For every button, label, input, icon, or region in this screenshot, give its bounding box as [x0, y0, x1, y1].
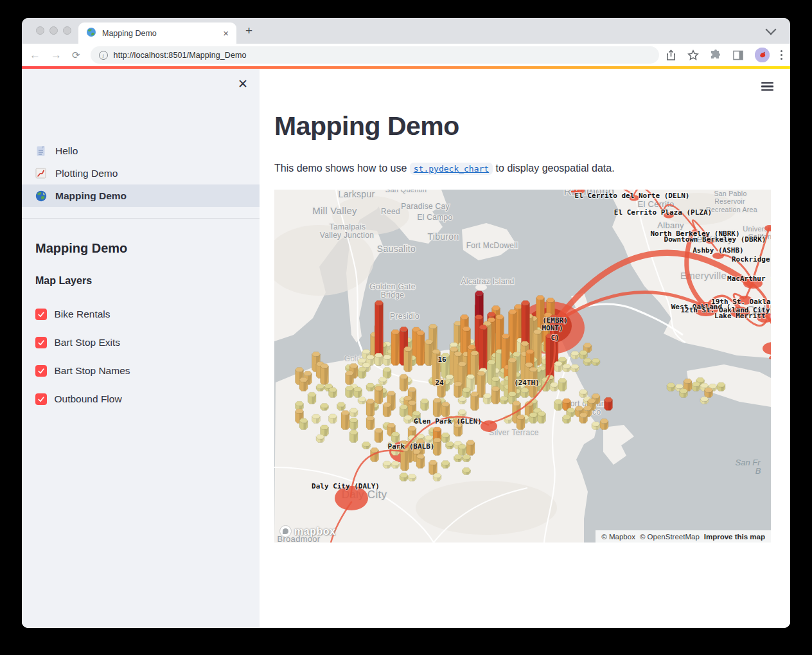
svg-text:Glen Park (GLEN): Glen Park (GLEN): [414, 417, 482, 426]
svg-text:Presidio: Presidio: [390, 312, 419, 321]
globe-icon: [86, 27, 96, 40]
checkbox-bart-stop-names[interactable]: Bart Stop Names: [35, 357, 253, 385]
chart-icon: [35, 168, 47, 179]
mapbox-logo-icon: [279, 525, 292, 537]
pydeck-chart-doc-link[interactable]: st.pydeck_chart: [410, 163, 493, 175]
mapbox-logo-text: mapbox: [294, 526, 335, 537]
svg-text:El Campo: El Campo: [417, 213, 452, 222]
main-content: Mapping Demo This demo shows how to use …: [260, 69, 790, 628]
forward-button[interactable]: →: [51, 49, 62, 62]
svg-text:Downtown Berkeley (DBRK): Downtown Berkeley (DBRK): [664, 235, 766, 244]
map-attribution: © Mapbox © OpenStreetMap Improve this ma…: [596, 530, 771, 543]
svg-text:Valley Junction: Valley Junction: [320, 231, 374, 240]
sidebar-item-label: Mapping Demo: [55, 190, 127, 202]
sidebar-close-icon[interactable]: ✕: [238, 78, 248, 90]
checkbox-label: Bart Stop Exits: [55, 337, 121, 348]
svg-text:Alcatraz Island: Alcatraz Island: [461, 277, 514, 286]
svg-text:Bridge: Bridge: [381, 291, 405, 300]
svg-text:Reservoir: Reservoir: [714, 197, 745, 205]
site-info-icon[interactable]: i: [99, 51, 108, 60]
svg-text:C): C): [551, 334, 559, 342]
page-title: Mapping Demo: [274, 111, 459, 141]
sidebar-nav: Hello Plotting Demo Mapping Demo: [22, 139, 260, 207]
sidebar-item-plotting-demo[interactable]: Plotting Demo: [22, 162, 260, 184]
reload-button[interactable]: ⟳: [72, 49, 80, 61]
improve-map-link[interactable]: Improve this map: [704, 533, 765, 541]
extensions-puzzle-icon[interactable]: [710, 49, 721, 61]
svg-text:Tamalpais: Tamalpais: [330, 222, 366, 231]
checkbox-checked-icon[interactable]: [35, 309, 47, 320]
browser-window: Mapping Demo × + ← → ⟳ i http://localhos…: [22, 18, 790, 628]
tab-strip: Mapping Demo × +: [22, 18, 790, 44]
svg-text:El Cerrito del Norte (DELN): El Cerrito del Norte (DELN): [575, 192, 690, 200]
intro-paragraph: This demo shows how to use st.pydeck_cha…: [274, 163, 763, 174]
sidebar-title: Mapping Demo: [35, 241, 127, 256]
bookmark-star-icon[interactable]: [687, 49, 699, 61]
layer-checkboxes: Bike Rentals Bart Stop Exits Bart Stop N…: [35, 300, 253, 413]
back-button[interactable]: ←: [30, 49, 40, 62]
checkbox-label: Outbound Flow: [55, 393, 122, 405]
svg-text:San Quentin: San Quentin: [385, 190, 427, 193]
sidebar-item-label: Plotting Demo: [55, 168, 118, 179]
browser-tab[interactable]: Mapping Demo ×: [78, 22, 236, 44]
checkbox-checked-icon[interactable]: [35, 393, 47, 405]
svg-text:Sausalito: Sausalito: [377, 244, 416, 254]
checkbox-label: Bike Rentals: [55, 309, 110, 320]
tab-title: Mapping Demo: [102, 29, 217, 38]
globe-icon: [35, 190, 47, 202]
sidebar: ✕ Hello Plotting Demo: [22, 69, 260, 628]
svg-text:Mill Valley: Mill Valley: [312, 205, 357, 216]
svg-text:Park (BALB): Park (BALB): [388, 442, 435, 451]
map-canvas: San QuentinLarkspurMill ValleyReedParadi…: [274, 190, 771, 543]
side-panel-icon[interactable]: [732, 49, 744, 61]
pydeck-map[interactable]: San QuentinLarkspurMill ValleyReedParadi…: [274, 190, 771, 543]
osm-attribution-link[interactable]: © OpenStreetMap: [640, 533, 700, 541]
zoom-window-button[interactable]: [63, 26, 71, 35]
menu-kebab-icon[interactable]: [781, 50, 783, 60]
window-controls: [36, 26, 71, 35]
tab-close-icon[interactable]: ×: [223, 28, 229, 38]
sidebar-divider: [22, 218, 260, 219]
sidebar-item-hello[interactable]: Hello: [22, 139, 260, 162]
svg-text:(24TH): (24TH): [514, 379, 540, 387]
svg-text:Tiburon: Tiburon: [427, 231, 459, 242]
svg-text:Albany: Albany: [657, 220, 684, 230]
sidebar-section-map-layers: Map Layers: [35, 275, 92, 287]
svg-text:El Cerrito Plaza (PLZA): El Cerrito Plaza (PLZA): [614, 208, 712, 217]
sidebar-item-mapping-demo[interactable]: Mapping Demo: [22, 184, 260, 207]
minimize-window-button[interactable]: [49, 26, 58, 35]
svg-text:Golden Gate: Golden Gate: [369, 282, 415, 291]
streamlit-app: ✕ Hello Plotting Demo: [22, 66, 790, 628]
intro-text-after: to display geospatial data.: [493, 163, 614, 174]
checkbox-bart-stop-exits[interactable]: Bart Stop Exits: [35, 328, 253, 357]
browser-toolbar: ← → ⟳ i http://localhost:8501/Mapping_De…: [22, 44, 790, 66]
svg-text:Rockridge (RO: Rockridge (RO: [732, 255, 771, 264]
tab-search-chevron-icon[interactable]: [766, 24, 777, 35]
checkbox-checked-icon[interactable]: [35, 337, 47, 348]
svg-text:Reed: Reed: [381, 207, 400, 216]
close-window-button[interactable]: [36, 26, 44, 35]
checkbox-checked-icon[interactable]: [35, 365, 47, 377]
svg-text:MONT): MONT): [542, 324, 563, 332]
checkbox-bike-rentals[interactable]: Bike Rentals: [35, 300, 253, 328]
svg-text:Recreation Area: Recreation Area: [706, 206, 757, 213]
url-text[interactable]: http://localhost:8501/Mapping_Demo: [114, 51, 247, 60]
svg-text:MacArthur (MCAR): MacArthur (MCAR): [727, 274, 771, 283]
checkbox-outbound-flow[interactable]: Outbound Flow: [35, 385, 253, 413]
svg-text:B: B: [755, 466, 761, 476]
document-icon: [35, 145, 47, 157]
svg-text:Fort McDowell: Fort McDowell: [466, 241, 518, 250]
mapbox-logo[interactable]: mapbox: [279, 525, 335, 537]
svg-text:Paradise Cay: Paradise Cay: [401, 202, 450, 211]
svg-text:Silver Terrace: Silver Terrace: [489, 428, 538, 437]
mapbox-attribution-link[interactable]: © Mapbox: [601, 533, 635, 541]
app-menu-hamburger-icon[interactable]: [761, 80, 773, 93]
profile-avatar[interactable]: [755, 48, 770, 62]
new-tab-button[interactable]: +: [245, 24, 252, 38]
svg-text:24: 24: [435, 379, 444, 387]
svg-text:16: 16: [437, 355, 446, 364]
address-bar[interactable]: i http://localhost:8501/Mapping_Demo: [91, 46, 659, 64]
svg-text:Larkspur: Larkspur: [339, 190, 375, 199]
share-icon[interactable]: [666, 49, 676, 61]
svg-text:Lake Merritt (LAKE): Lake Merritt (LAKE): [714, 312, 771, 320]
